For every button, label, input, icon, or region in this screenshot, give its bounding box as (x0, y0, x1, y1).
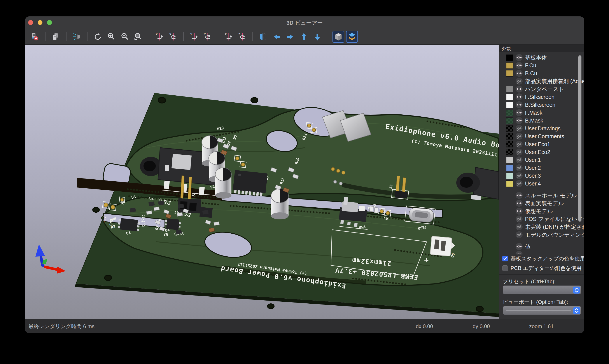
layer-color-swatch[interactable] (506, 54, 513, 61)
3d-viewport[interactable]: Exidiophone v6.0 Audio Board (c) Tomoya … (25, 45, 499, 319)
visibility-toggle[interactable] (515, 199, 523, 207)
checkbox-pcb-copper[interactable] (502, 265, 508, 271)
rotate-y-ccw-button[interactable]: Y (188, 31, 200, 43)
rotate-x-cw-button[interactable]: X (167, 31, 179, 43)
layer-color-swatch[interactable] (506, 94, 513, 100)
preset-dropdown[interactable] (503, 286, 581, 294)
layer-row-user.eco2[interactable]: User.Eco2 (499, 148, 584, 156)
visibility-toggle[interactable] (515, 231, 523, 238)
move-down-button[interactable] (311, 31, 323, 43)
layer-row-user.3[interactable]: User.3 (499, 172, 584, 180)
layer-color-swatch[interactable] (506, 86, 513, 92)
flip-board-button[interactable] (257, 31, 269, 43)
layer-color-swatch[interactable] (506, 141, 513, 147)
viewport-dropdown[interactable] (503, 306, 581, 315)
visibility-toggle[interactable] (515, 70, 523, 77)
redraw-button[interactable] (92, 31, 104, 43)
use-pcb-editor-copper-row[interactable]: PCB エディターの銅色を使用 (502, 265, 581, 272)
visibility-toggle[interactable] (515, 141, 523, 148)
rotate-y-cw-button[interactable]: Y (202, 31, 213, 43)
layer-color-swatch[interactable] (506, 157, 513, 163)
eye-hidden-icon (515, 148, 523, 156)
visibility-toggle[interactable] (515, 132, 523, 140)
visibility-toggle[interactable] (515, 54, 523, 61)
layer-row-pos-[interactable]: POS ファイルにないモデ (499, 215, 584, 223)
visibility-toggle[interactable] (515, 109, 523, 116)
layer-color-swatch[interactable] (506, 181, 513, 187)
layer-row-f.cu[interactable]: F.Cu (499, 62, 584, 69)
zoom-button[interactable] (47, 20, 52, 25)
layer-color-swatch[interactable] (506, 110, 513, 116)
copy-image-button[interactable] (50, 31, 62, 43)
layer-color-swatch[interactable] (506, 133, 513, 140)
visibility-toggle[interactable] (515, 180, 523, 187)
layer-row--[interactable]: 値 (499, 243, 584, 250)
layer-row-f.silkscreen[interactable]: F.Silkscreen (499, 93, 584, 101)
layer-row--[interactable]: 表面実装モデル (499, 199, 584, 207)
visibility-toggle[interactable] (515, 125, 523, 132)
visibility-toggle[interactable] (515, 192, 523, 199)
layer-row-b.cu[interactable]: B.Cu (499, 69, 584, 77)
visibility-toggle[interactable] (515, 62, 523, 69)
visibility-toggle[interactable] (515, 215, 523, 223)
rotate-x-ccw-button[interactable]: X (154, 31, 165, 43)
layer-row-b.mask[interactable]: B.Mask (499, 117, 584, 124)
visibility-toggle[interactable] (515, 243, 523, 250)
zoom-to-fit-button[interactable] (132, 31, 144, 43)
visibility-toggle[interactable] (515, 156, 523, 164)
visibility-toggle[interactable] (515, 207, 523, 215)
visibility-toggle[interactable] (515, 78, 523, 85)
move-right-button[interactable] (284, 31, 296, 43)
layer-color-swatch[interactable] (506, 70, 513, 77)
use-stackup-colors-row[interactable]: 基板スタックアップの色を使用 (502, 255, 584, 262)
layer-row-user.comments[interactable]: User.Comments (499, 132, 584, 140)
visibility-toggle[interactable] (515, 251, 523, 254)
stepper-icon[interactable] (573, 307, 580, 314)
layer-color-swatch[interactable] (506, 165, 513, 171)
layer-row-user.eco1[interactable]: User.Eco1 (499, 140, 584, 148)
layer-color-swatch[interactable] (506, 149, 513, 155)
minimize-button[interactable] (38, 20, 42, 25)
layer-row--[interactable]: 基板本体 (499, 53, 584, 62)
layer-row--[interactable]: モデルのバウンディング (499, 231, 584, 239)
layer-row-user.2[interactable]: User.2 (499, 164, 584, 172)
layer-row-b.silkscreen[interactable]: B.Silkscreen (499, 101, 584, 109)
layer-row-partial[interactable] (499, 250, 584, 254)
layer-row--[interactable]: 仮想モデル (499, 207, 584, 215)
reload-board-button[interactable] (29, 31, 41, 43)
visibility-toggle[interactable] (515, 164, 523, 171)
visibility-toggle[interactable] (515, 93, 523, 101)
layer-row-user.drawings[interactable]: User.Drawings (499, 124, 584, 132)
orthographic-projection-button[interactable] (333, 31, 344, 43)
layer-row-f.mask[interactable]: F.Mask (499, 109, 584, 117)
layer-color-swatch[interactable] (506, 102, 513, 108)
checkbox-stackup-colors[interactable] (502, 256, 508, 261)
visibility-toggle[interactable] (515, 101, 523, 108)
rotate-z-ccw-button[interactable]: Z (223, 31, 234, 43)
layer-row-user.1[interactable]: User.1 (499, 156, 584, 164)
panel-scrollbar[interactable] (578, 55, 582, 221)
close-button[interactable] (28, 20, 33, 25)
visibility-toggle[interactable] (515, 223, 523, 231)
layer-row--adhe[interactable]: 部品実装用接着剤 (Adhe (499, 77, 584, 85)
zoom-in-button[interactable] (105, 31, 117, 43)
layer-row-user.4[interactable]: User.4 (499, 180, 584, 187)
layer-color-swatch[interactable] (506, 62, 513, 69)
layer-color-swatch[interactable] (506, 117, 513, 124)
rotate-z-cw-button[interactable]: Z (236, 31, 248, 43)
visibility-toggle[interactable] (515, 117, 523, 124)
move-up-button[interactable] (298, 31, 310, 43)
visibility-toggle[interactable] (515, 172, 523, 179)
layer-color-swatch[interactable] (506, 173, 513, 179)
stepper-icon[interactable] (573, 286, 580, 294)
layer-row--[interactable]: ハンダペースト (499, 85, 584, 93)
render-current-view-button[interactable] (71, 31, 83, 43)
appearance-panel-button[interactable] (346, 31, 358, 43)
zoom-out-button[interactable] (119, 31, 131, 43)
layer-color-swatch[interactable] (506, 125, 513, 132)
move-left-button[interactable] (271, 31, 283, 43)
layer-row--dnp-[interactable]: 未実装 (DNP) が指定され (499, 223, 584, 231)
visibility-toggle[interactable] (515, 85, 523, 93)
layer-row--[interactable]: スルーホール モデル (499, 191, 584, 199)
visibility-toggle[interactable] (515, 148, 523, 156)
